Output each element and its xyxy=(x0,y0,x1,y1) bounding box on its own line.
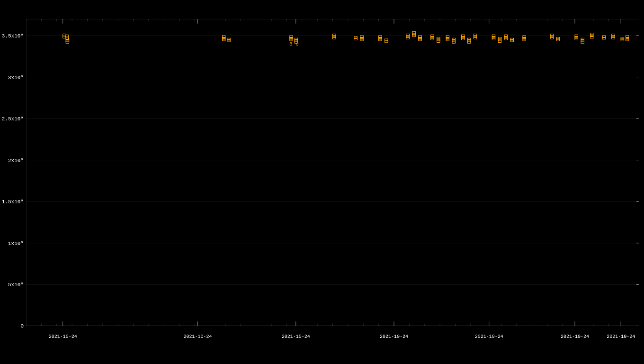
x-tick-label: 2021-10-24 xyxy=(475,334,503,339)
svg-rect-142 xyxy=(385,40,388,43)
svg-rect-167 xyxy=(467,38,470,40)
svg-rect-203 xyxy=(612,34,615,36)
svg-rect-145 xyxy=(406,37,409,39)
svg-rect-154 xyxy=(431,38,434,40)
y-tick-label: 5x10⁸ xyxy=(0,282,24,288)
y-tick-label: 1x10⁹ xyxy=(0,240,24,246)
svg-rect-193 xyxy=(575,36,578,39)
svg-rect-151 xyxy=(419,39,421,41)
svg-rect-201 xyxy=(602,36,605,38)
svg-rect-127 xyxy=(295,38,297,40)
svg-rect-200 xyxy=(590,36,593,38)
svg-rect-124 xyxy=(290,36,293,38)
svg-rect-147 xyxy=(412,33,415,36)
svg-rect-208 xyxy=(626,36,629,38)
svg-rect-204 xyxy=(612,36,615,38)
plot-svg: 8 o xyxy=(26,19,639,326)
svg-rect-172 xyxy=(474,37,476,39)
y-tick-label: 2x10⁹ xyxy=(0,157,24,163)
svg-rect-150 xyxy=(419,37,421,39)
svg-rect-182 xyxy=(510,38,513,40)
svg-rect-165 xyxy=(461,36,464,39)
plot-area: 8 o xyxy=(26,19,639,326)
svg-rect-140 xyxy=(379,39,382,41)
svg-rect-157 xyxy=(437,40,440,43)
svg-rect-185 xyxy=(523,37,526,39)
y-tick-label: 3x10⁹ xyxy=(0,74,24,80)
svg-rect-135 xyxy=(360,36,363,38)
svg-rect-198 xyxy=(590,33,593,36)
svg-text:8 o: 8 o xyxy=(289,41,299,47)
y-tick-label: 1.5x10⁹ xyxy=(0,199,24,205)
x-tick-label: 2021-10-24 xyxy=(561,334,589,339)
svg-rect-160 xyxy=(446,39,449,41)
svg-rect-212 xyxy=(26,19,639,326)
svg-rect-122 xyxy=(227,38,230,40)
svg-rect-170 xyxy=(474,34,476,36)
svg-rect-186 xyxy=(523,39,526,41)
svg-rect-190 xyxy=(556,37,559,40)
svg-rect-159 xyxy=(446,37,449,39)
svg-rect-194 xyxy=(575,38,578,40)
svg-rect-158 xyxy=(446,36,449,38)
x-tick-label: 2021-10-24 xyxy=(49,334,77,339)
svg-rect-163 xyxy=(452,41,455,44)
chart-container: 3.5x10⁹3x10⁹2.5x10⁹2x10⁹1.5x10⁹1x10⁹5x10… xyxy=(0,0,644,364)
svg-rect-205 xyxy=(612,37,615,39)
svg-rect-176 xyxy=(498,37,501,40)
svg-rect-192 xyxy=(575,35,578,37)
svg-rect-174 xyxy=(492,36,495,39)
x-tick-label: 2021-10-24 xyxy=(380,334,408,339)
svg-rect-162 xyxy=(452,40,455,42)
svg-rect-178 xyxy=(498,40,501,43)
svg-rect-131 xyxy=(333,36,336,38)
svg-rect-133 xyxy=(354,36,357,39)
svg-rect-136 xyxy=(360,37,363,39)
svg-rect-119 xyxy=(222,36,225,38)
svg-rect-183 xyxy=(510,40,513,42)
svg-rect-123 xyxy=(227,40,230,42)
svg-rect-177 xyxy=(498,39,501,41)
svg-rect-117 xyxy=(66,40,69,42)
svg-rect-161 xyxy=(452,38,455,40)
svg-rect-202 xyxy=(602,37,605,39)
svg-rect-173 xyxy=(492,35,495,37)
svg-rect-169 xyxy=(467,41,470,44)
svg-rect-189 xyxy=(550,37,553,39)
svg-rect-184 xyxy=(523,36,526,38)
svg-rect-196 xyxy=(581,40,584,42)
svg-rect-137 xyxy=(360,39,363,41)
svg-rect-155 xyxy=(437,37,440,40)
svg-rect-146 xyxy=(412,31,415,34)
svg-rect-118 xyxy=(66,41,69,44)
x-tick-label: 2021-10-24 xyxy=(184,334,212,339)
y-tick-label: 2.5x10⁹ xyxy=(0,116,24,122)
svg-rect-210 xyxy=(626,39,629,41)
svg-rect-175 xyxy=(492,38,495,40)
svg-rect-171 xyxy=(474,36,476,38)
svg-rect-179 xyxy=(504,35,507,37)
svg-rect-156 xyxy=(437,39,440,41)
svg-rect-181 xyxy=(504,38,507,40)
svg-rect-141 xyxy=(385,39,388,41)
svg-rect-164 xyxy=(461,35,464,37)
svg-rect-139 xyxy=(379,37,382,39)
svg-rect-143 xyxy=(406,34,409,36)
svg-rect-152 xyxy=(431,35,434,37)
svg-rect-144 xyxy=(406,36,409,38)
svg-rect-191 xyxy=(556,39,559,41)
svg-rect-121 xyxy=(222,39,225,41)
x-tick-label: 2021-10-24 xyxy=(282,334,310,339)
svg-rect-206 xyxy=(621,37,624,40)
svg-rect-195 xyxy=(581,38,584,40)
svg-rect-153 xyxy=(431,36,434,39)
y-tick-label: 3.5x10⁹ xyxy=(0,33,24,39)
svg-rect-125 xyxy=(290,37,293,39)
svg-rect-132 xyxy=(333,37,336,39)
svg-rect-130 xyxy=(333,34,336,36)
svg-rect-207 xyxy=(621,39,624,41)
svg-rect-180 xyxy=(504,36,507,39)
svg-rect-166 xyxy=(461,38,464,40)
svg-rect-138 xyxy=(379,36,382,38)
svg-rect-120 xyxy=(222,37,225,39)
